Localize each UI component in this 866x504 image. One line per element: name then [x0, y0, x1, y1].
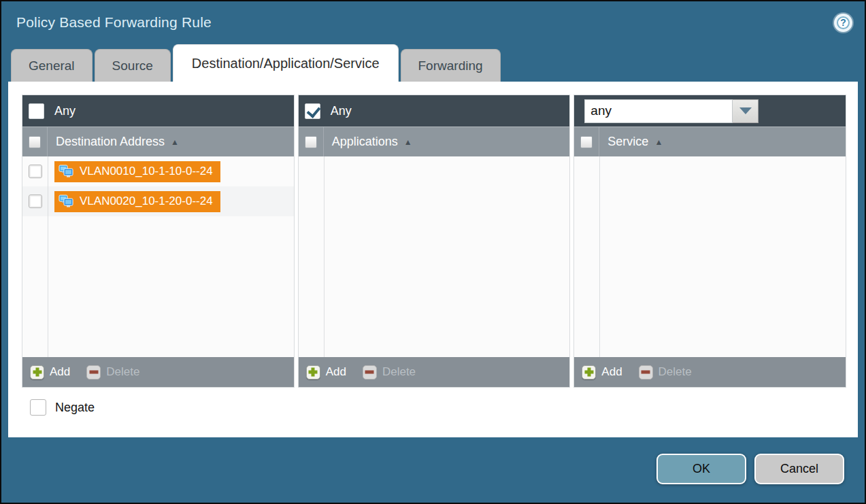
tab-source[interactable]: Source — [95, 49, 171, 82]
applications-any-label: Any — [331, 104, 352, 118]
plus-icon — [306, 365, 320, 380]
destination-address-column: Any Destination Address ▲ — [22, 95, 295, 388]
network-address-icon — [58, 165, 74, 178]
dialog-footer: OK Cancel — [1, 435, 865, 503]
address-item-label: VLAN0010_10-1-10-0--24 — [80, 165, 213, 178]
add-button[interactable]: Add — [30, 365, 70, 380]
table-row: VLAN0010_10-1-10-0--24 — [22, 156, 294, 186]
tab-general[interactable]: General — [11, 49, 93, 82]
plus-icon — [30, 365, 44, 380]
service-header-band: Service ▲ — [574, 127, 846, 156]
destination-column-header: Destination Address — [56, 135, 165, 149]
service-select-all-checkbox[interactable] — [580, 136, 593, 148]
cancel-button[interactable]: Cancel — [754, 454, 844, 484]
applications-any-band: Any — [299, 95, 570, 127]
address-row-checkbox[interactable] — [29, 195, 42, 208]
destination-any-checkbox[interactable] — [29, 103, 44, 119]
plus-icon — [582, 365, 596, 380]
negate-checkbox[interactable] — [30, 399, 46, 416]
destination-select-all-checkbox[interactable] — [29, 136, 41, 148]
address-item[interactable]: VLAN0010_10-1-10-0--24 — [54, 161, 220, 182]
delete-button-label: Delete — [106, 365, 139, 379]
delete-button[interactable]: Delete — [639, 365, 692, 380]
add-button-label: Add — [601, 365, 622, 379]
delete-button-label: Delete — [659, 365, 692, 379]
table-row: VLAN0020_10-1-20-0--24 — [22, 186, 294, 216]
add-button[interactable]: Add — [306, 365, 346, 380]
tab-content: Any Destination Address ▲ — [8, 82, 858, 437]
applications-select-all-checkbox[interactable] — [305, 136, 317, 148]
dialog-title: Policy Based Forwarding Rule — [16, 14, 212, 31]
tab-bar: General Source Destination/Application/S… — [1, 44, 865, 82]
tab-forwarding[interactable]: Forwarding — [401, 49, 501, 82]
sort-asc-icon[interactable]: ▲ — [654, 137, 663, 147]
add-button-label: Add — [326, 365, 346, 379]
negate-row: Negate — [30, 399, 846, 416]
applications-header-band: Applications ▲ — [299, 127, 570, 156]
service-type-select[interactable]: any — [584, 99, 759, 123]
service-dropdown-band: any — [574, 95, 846, 127]
applications-column-header: Applications — [332, 135, 398, 149]
destination-toolbar: Add Delete — [22, 357, 294, 387]
destination-address-list: VLAN0010_10-1-10-0--24 — [22, 156, 294, 357]
service-type-value: any — [584, 99, 733, 123]
applications-any-checkbox[interactable] — [305, 103, 320, 119]
applications-toolbar: Add Delete — [299, 357, 570, 387]
service-list — [574, 156, 846, 357]
negate-label: Negate — [55, 401, 95, 415]
delete-button[interactable]: Delete — [86, 365, 139, 380]
delete-button-label: Delete — [382, 365, 416, 379]
add-button[interactable]: Add — [582, 365, 622, 380]
destination-any-label: Any — [54, 104, 76, 118]
destination-header-band: Destination Address ▲ — [22, 127, 294, 156]
address-item[interactable]: VLAN0020_10-1-20-0--24 — [54, 191, 220, 212]
minus-icon — [363, 365, 377, 380]
address-row-checkbox[interactable] — [29, 165, 42, 178]
service-column: any Service ▲ — [573, 95, 846, 388]
tab-destination-application-service[interactable]: Destination/Application/Service — [173, 44, 399, 82]
sort-asc-icon[interactable]: ▲ — [171, 137, 179, 147]
delete-button[interactable]: Delete — [363, 365, 416, 380]
help-question-glyph: ? — [837, 16, 850, 29]
sort-asc-icon[interactable]: ▲ — [404, 137, 412, 147]
ok-button[interactable]: OK — [656, 454, 746, 484]
service-toolbar: Add Delete — [574, 357, 846, 387]
network-address-icon — [58, 195, 74, 208]
service-type-dropdown-button[interactable] — [733, 99, 759, 123]
chevron-down-icon — [739, 107, 752, 114]
service-column-header: Service — [607, 135, 648, 149]
add-button-label: Add — [50, 365, 70, 379]
minus-icon — [639, 365, 653, 380]
applications-column: Any Applications ▲ Add — [298, 95, 571, 388]
address-item-label: VLAN0020_10-1-20-0--24 — [80, 195, 213, 208]
dialog-titlebar: Policy Based Forwarding Rule ? — [1, 1, 865, 44]
applications-list — [299, 156, 570, 357]
help-icon[interactable]: ? — [834, 14, 852, 32]
pbf-rule-dialog: Policy Based Forwarding Rule ? General S… — [0, 0, 866, 504]
destination-any-band: Any — [22, 95, 294, 127]
minus-icon — [86, 365, 101, 380]
